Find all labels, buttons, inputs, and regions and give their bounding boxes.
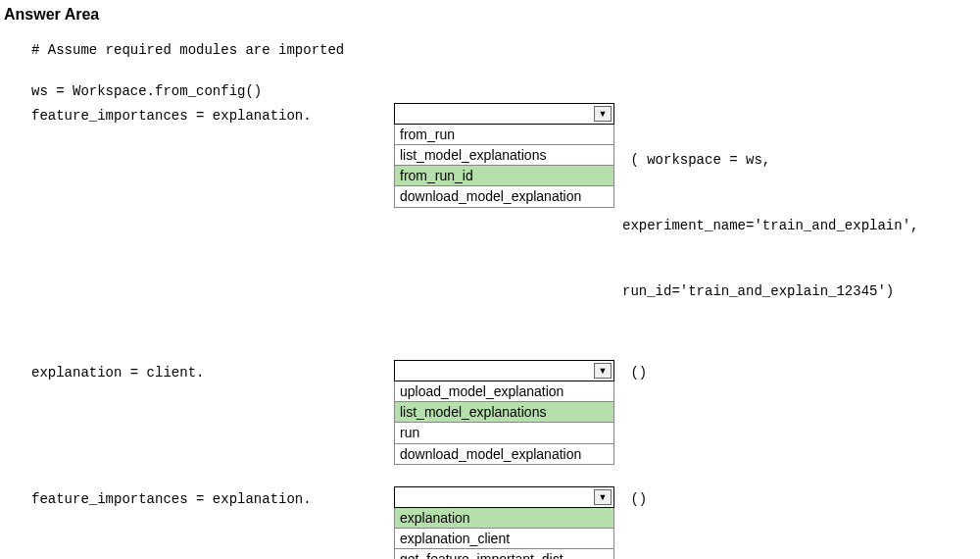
dropdown-1-select[interactable]: ▼ [394,103,614,125]
dropdown-2-select[interactable]: ▼ [394,360,614,381]
code-left-3: feature_importances = explanation. [31,486,394,510]
chevron-down-icon: ▼ [594,363,612,379]
code-right-1-l1: ( workspace = ws, [622,149,918,171]
code-right-1: ( workspace = ws, experiment_name='train… [614,103,918,346]
dropdown-2[interactable]: ▼ upload_model_explanation list_model_ex… [394,360,614,465]
dropdown-2-option[interactable]: run [395,422,613,442]
page-title: Answer Area [4,6,976,24]
dropdown-1-option[interactable]: list_model_explanations [395,144,613,165]
dropdown-3-option[interactable]: get_feature_important_dict [395,548,613,559]
dropdown-3-options: explanation explanation_client get_featu… [394,508,614,559]
code-right-2: () [614,360,647,383]
code-comment: # Assume required modules are imported [31,39,976,61]
code-left-1: feature_importances = explanation. [31,103,394,127]
dropdown-2-options: upload_model_explanation list_model_expl… [394,381,614,465]
code-ws-line: ws = Workspace.from_config() [31,80,976,102]
dropdown-3-option[interactable]: explanation [395,508,613,528]
dropdown-1-option[interactable]: from_run_id [395,165,613,185]
chevron-down-icon: ▼ [594,489,612,505]
dropdown-3-select[interactable]: ▼ [394,486,614,508]
chevron-down-icon: ▼ [594,106,612,122]
code-right-3: () [614,486,647,510]
dropdown-2-option[interactable]: upload_model_explanation [395,381,613,401]
dropdown-2-option[interactable]: list_model_explanations [395,401,613,422]
dropdown-1-option[interactable]: download_model_explanation [395,185,613,206]
dropdown-3-option[interactable]: explanation_client [395,528,613,548]
dropdown-2-option[interactable]: download_model_explanation [395,443,613,464]
dropdown-1[interactable]: ▼ from_run list_model_explanations from_… [394,103,614,208]
dropdown-3[interactable]: ▼ explanation explanation_client get_fea… [394,486,614,559]
dropdown-1-option[interactable]: from_run [395,125,613,144]
code-right-1-l2: experiment_name='train_and_explain', [622,215,918,236]
code-right-1-l3: run_id='train_and_explain_12345') [622,280,918,302]
dropdown-1-options: from_run list_model_explanations from_ru… [394,125,614,208]
code-left-2: explanation = client. [31,360,394,383]
